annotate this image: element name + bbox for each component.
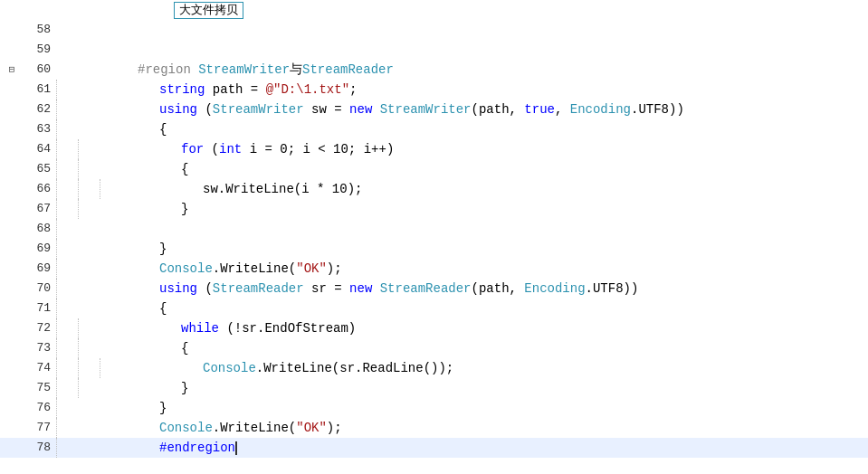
indent-guides [56, 358, 138, 378]
token: ; [349, 82, 357, 97]
code-text-76: } [138, 398, 868, 418]
token: #region [138, 62, 198, 77]
code-text-75: } [138, 378, 868, 398]
expand-icon-60[interactable]: ⊟ [0, 60, 24, 80]
line-number: 75 [24, 378, 56, 398]
line-number: 60 [24, 60, 56, 80]
line-number: 65 [24, 159, 56, 179]
token: ( [197, 281, 213, 296]
code-line-62: 62using (StreamWriter sw = new StreamWri… [0, 100, 868, 119]
token: ( [204, 142, 219, 156]
text-cursor [235, 441, 237, 455]
indent-guides [56, 40, 138, 60]
indent-guides [56, 398, 138, 418]
code-line-76: 76} [0, 398, 868, 418]
code-line-61: 61string path = @"D:\1.txt"; [0, 80, 868, 100]
indent-guides [56, 159, 138, 179]
code-line-67: 67} [0, 199, 868, 219]
line-number: 62 [24, 100, 56, 119]
token: { [159, 301, 167, 316]
token: .UTF8)) [631, 102, 684, 117]
token: i = 0; i < 10; i++) [242, 142, 394, 156]
token: Encoding [570, 102, 631, 117]
token: , [555, 102, 570, 117]
token: Console [159, 261, 213, 276]
token: (path, [472, 281, 525, 296]
token: #endregion [159, 441, 235, 455]
token: new [349, 281, 372, 296]
code-text-59 [138, 40, 868, 60]
token: int [219, 142, 242, 156]
token: using [159, 102, 197, 117]
region-label-box: 大文件拷贝 [174, 2, 243, 19]
code-text-71: { [138, 299, 868, 318]
code-line-72: 72while (!sr.EndOfStream) [0, 318, 868, 338]
token: while [181, 321, 219, 336]
indent-guides [56, 259, 138, 279]
code-text-69: } [138, 239, 868, 259]
code-text-70: using (StreamReader sr = new StreamReade… [138, 279, 868, 299]
token: using [159, 281, 197, 296]
token: StreamWriter [213, 102, 304, 117]
token: .WriteLine(sr.ReadLine()); [256, 361, 453, 375]
code-text-77: Console.WriteLine("OK"); [138, 418, 868, 438]
token: StreamWriter [198, 62, 290, 77]
code-line-59: 59 [0, 40, 868, 60]
token: } [159, 401, 167, 415]
code-text-72: while (!sr.EndOfStream) [138, 318, 868, 338]
indent-guides [56, 318, 138, 338]
indent-guides [56, 139, 138, 159]
indent-guides [56, 119, 138, 139]
line-number: 71 [24, 299, 56, 318]
line-number: 68 [24, 219, 56, 239]
token: { [181, 341, 188, 356]
token: .WriteLine( [213, 261, 296, 276]
token: for [181, 142, 204, 156]
line-number: 73 [24, 338, 56, 358]
line-number: 58 [24, 20, 56, 40]
editor: 大文件拷贝 5859⊟60#region StreamWriter与Stream… [0, 0, 868, 474]
indent-guides [56, 80, 138, 100]
code-text-62: using (StreamWriter sw = new StreamWrite… [138, 100, 868, 119]
code-text-64: for (int i = 0; i < 10; i++) [138, 139, 868, 159]
code-line-65: 65{ [0, 159, 868, 179]
line-number: 77 [24, 418, 56, 438]
code-text-63: { [138, 119, 868, 139]
indent-guides [56, 378, 138, 398]
code-line-68: 68 [0, 219, 868, 239]
code-line-77: 77Console.WriteLine("OK"); [0, 418, 868, 438]
code-line-71: 71{ [0, 299, 868, 318]
token: @"D:\1.txt" [266, 82, 349, 97]
indent-guides [56, 418, 138, 438]
code-text-69b: Console.WriteLine("OK"); [138, 259, 868, 279]
code-line-63: 63{ [0, 119, 868, 139]
token: sw.WriteLine(i * 10); [203, 182, 362, 196]
indent-guides [56, 100, 138, 119]
token: "OK" [296, 261, 327, 276]
indent-guides [56, 20, 138, 40]
indent-guides [56, 299, 138, 318]
token: true [524, 102, 555, 117]
code-line-75: 75} [0, 378, 868, 398]
code-line-78: 78#endregion [0, 438, 868, 458]
code-line-69b: 69Console.WriteLine("OK"); [0, 259, 868, 279]
indent-guides [56, 219, 138, 239]
indent-guides [56, 179, 138, 199]
code-text-73: { [138, 338, 868, 358]
code-line-66: 66sw.WriteLine(i * 10); [0, 179, 868, 199]
indent-guides [56, 239, 138, 259]
token: sr = [304, 281, 349, 296]
token: (path, [472, 102, 525, 117]
code-line-70: 70using (StreamReader sr = new StreamRea… [0, 279, 868, 299]
token: .UTF8)) [586, 281, 639, 296]
line-number: 72 [24, 318, 56, 338]
line-number: 59 [24, 40, 56, 60]
code-text-78: #endregion [138, 438, 868, 458]
token: StreamWriter [380, 102, 472, 117]
token: } [181, 202, 188, 216]
code-text-60: #region StreamWriter与StreamReader [138, 60, 868, 80]
code-text-67: } [138, 199, 868, 219]
code-text-65: { [138, 159, 868, 179]
indent-guides [56, 279, 138, 299]
token: Encoding [524, 281, 585, 296]
